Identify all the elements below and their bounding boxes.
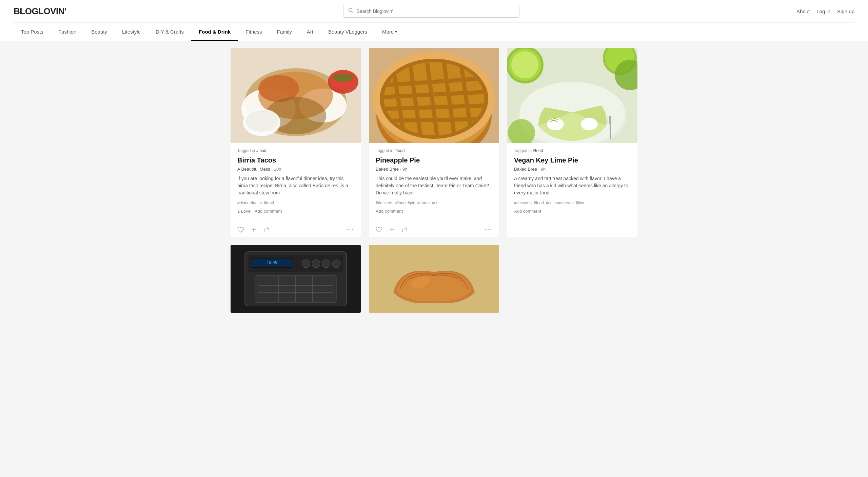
add-button[interactable] [250,226,257,233]
tagged-in-label: Tagged in #food [376,148,492,153]
search-input[interactable] [356,8,514,14]
post-tag-food[interactable]: #food [534,201,544,205]
login-link[interactable]: Log in [816,8,830,14]
more-options-button[interactable]: ··· [485,226,492,233]
post-tags: #desserts #food #pie #cornstarch [376,201,492,205]
post-card-pineapple-pie: Tagged in #food Pineapple Pie Baked Bree… [369,48,499,237]
post-card-empty [507,245,637,313]
post-tag-coconut[interactable]: #coconutcream [546,201,574,205]
post-tag-dinner[interactable]: #dinner/lunch [237,201,262,205]
svg-rect-51 [608,116,608,124]
post-actions-row: 1 Love Add comment [237,209,354,214]
post-title[interactable]: Birria Tacos [237,156,354,165]
main-nav: Top Posts Fashion Beauty Lifestyle DIY &… [14,22,854,41]
post-time: 9h [541,167,546,172]
nav-family[interactable]: Family [270,23,299,41]
svg-point-15 [245,110,278,132]
post-toolbar: ··· [231,222,361,237]
main-content: Tagged in #food Birria Tacos A Beautiful… [217,41,651,320]
post-source[interactable]: A Beautiful Mess [237,167,270,172]
add-button[interactable] [389,226,395,233]
post-image-vegan-key-lime[interactable] [507,48,637,143]
post-actions-row: Add comment [376,209,492,214]
post-source[interactable]: Baked Bree [376,167,399,172]
bottom-posts-row: 10:45 [231,245,637,313]
post-tag-desserts[interactable]: #desserts [376,201,393,205]
nav-art[interactable]: Art [299,23,321,41]
svg-line-1 [352,12,353,13]
post-tag-cornstarch[interactable]: #cornstarch [417,201,439,205]
share-button[interactable] [401,226,408,233]
header-links: About Log in Sign up [796,8,854,14]
post-tag-food[interactable]: #food [395,201,406,205]
svg-point-40 [511,51,538,78]
svg-point-65 [332,260,340,268]
more-options-button[interactable]: ··· [346,226,354,233]
nav-fashion[interactable]: Fashion [51,23,84,41]
post-card-croissant [369,245,499,313]
post-tags: #desserts #food #coconutcream #lime [514,201,631,205]
search-bar [343,5,519,18]
post-tags: #dinner/lunch #food [237,201,354,205]
svg-line-30 [385,119,483,121]
post-card-appliance: 10:45 [231,245,361,313]
nav-beauty[interactable]: Beauty [84,23,115,41]
svg-point-13 [333,74,353,82]
svg-point-64 [322,260,330,268]
add-comment-link[interactable]: Add comment [255,209,282,214]
post-image-birria-tacos[interactable] [231,48,361,143]
nav-food[interactable]: Food & Drink [191,23,238,41]
food-tag-link[interactable]: #food [533,148,543,153]
nav-fitness[interactable]: Fitness [238,23,269,41]
post-actions-row: Add comment [514,209,631,214]
post-meta: Baked Bree · 9h [514,167,631,172]
chevron-down-icon: ▾ [395,30,397,34]
tagged-in-label: Tagged in #food [237,148,354,153]
post-time: 10h [274,167,281,172]
nav-top-posts[interactable]: Top Posts [14,23,51,41]
site-header: BLOGLOVIN' About Log in Sign up Top Post… [0,0,868,41]
post-tag-pie[interactable]: #pie [408,201,415,205]
nav-more[interactable]: More ▾ [375,23,405,41]
post-toolbar: ··· [369,222,499,237]
svg-text:10:45: 10:45 [267,261,277,265]
svg-rect-54 [612,116,612,124]
post-card-birria-tacos: Tagged in #food Birria Tacos A Beautiful… [231,48,361,237]
post-tag-desserts[interactable]: #desserts [514,201,532,205]
like-button[interactable] [376,226,382,233]
svg-rect-53 [610,116,611,124]
svg-rect-52 [609,116,610,124]
post-meta: A Beautiful Mess · 10h [237,167,354,172]
post-source[interactable]: Baked Bree [514,167,537,172]
search-icon [348,8,354,15]
svg-point-62 [302,260,310,268]
about-link[interactable]: About [796,8,810,14]
post-image-pineapple-pie[interactable] [369,48,499,143]
svg-point-47 [549,118,562,127]
signup-link[interactable]: Sign up [837,8,854,14]
post-title[interactable]: Pineapple Pie [376,156,492,165]
add-comment-link[interactable]: Add comment [514,209,541,214]
posts-grid: Tagged in #food Birria Tacos A Beautiful… [231,48,637,237]
nav-diy[interactable]: DIY & Crafts [148,23,191,41]
post-tag-food[interactable]: #food [264,201,274,205]
tagged-in-label: Tagged in #food [514,148,631,153]
site-logo[interactable]: BLOGLOVIN' [14,6,66,17]
post-meta: Baked Bree · 9h [376,167,492,172]
nav-lifestyle[interactable]: Lifestyle [115,23,148,41]
post-card-vegan-key-lime: Tagged in #food Vegan Key Lime Pie Baked… [507,48,637,237]
post-image-appliance[interactable]: 10:45 [231,245,361,313]
post-tag-lime[interactable]: #lime [576,201,586,205]
like-button[interactable] [237,226,244,233]
share-button[interactable] [263,226,270,233]
food-tag-link[interactable]: #food [256,148,266,153]
nav-beauty-vloggers[interactable]: Beauty VLoggers [321,23,375,41]
food-tag-link[interactable]: #food [394,148,405,153]
post-excerpt: If you are looking for a flavorful dinne… [237,175,354,196]
post-title[interactable]: Vegan Key Lime Pie [514,156,631,165]
post-excerpt: A creamy and tart treat packed with flav… [514,175,631,196]
add-comment-link[interactable]: Add comment [376,209,403,214]
post-excerpt: This could be the easiest pie you'll eve… [376,175,492,196]
loves-count: 1 Love [237,209,251,214]
post-image-croissant[interactable] [369,245,499,313]
